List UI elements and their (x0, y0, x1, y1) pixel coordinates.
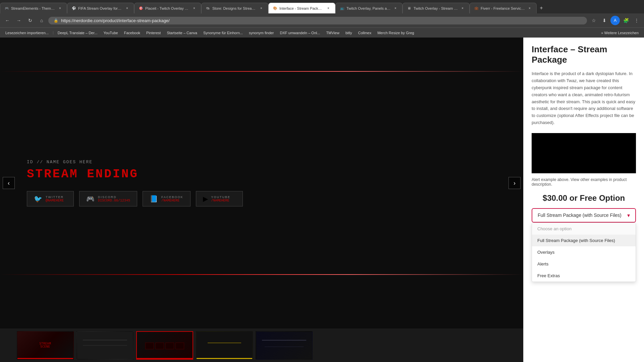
home-button[interactable]: ⌂ (37, 16, 46, 25)
bookmark-lesezeichen[interactable]: Lesezeichen importieren... (3, 30, 51, 36)
discord-platform: DISCORD (98, 195, 130, 199)
tab-interface[interactable]: 🎨 Interface - Stream Package - ... × (268, 3, 335, 13)
tab-close-7[interactable]: × (460, 6, 465, 11)
new-tab-button[interactable]: + (537, 3, 546, 13)
thumbnail-3[interactable] (136, 331, 193, 360)
discord-handle: DISCORD.GG/12345 (98, 199, 130, 202)
twitter-icon: 🐦 (34, 195, 42, 203)
bookmark-dxf[interactable]: DXF umwandeln – Onl... (277, 30, 323, 36)
tab-close-3[interactable]: × (192, 6, 197, 11)
tab-favicon-2: ⚽ (71, 6, 76, 11)
tab-fiverr[interactable]: 💼 Fiverr - Freelance Services M... × (470, 3, 537, 13)
tab-title-7: Twitch Overlay - Stream Ov... (414, 6, 458, 10)
bookmark-synonym[interactable]: synonym finder (246, 30, 277, 36)
tab-title-1: StreamElements - Themes g... (11, 6, 55, 10)
dropdown-selected-label: Full Stream Package (with Source Files) (538, 213, 622, 218)
menu-button[interactable]: ⋮ (632, 16, 641, 25)
social-box-facebook: 📘 FACEBOOK /NAMEHERE (143, 191, 191, 206)
thumbnail-4[interactable] (196, 331, 253, 360)
twitter-platform: TWITTER (46, 195, 64, 199)
dropdown-menu: Choose an option Full Stream Package (wi… (532, 223, 636, 282)
tab-favicon-4: 🛍 (206, 6, 210, 11)
stream-title: STREAM ENDING (27, 167, 139, 181)
facebook-handle: /NAMEHERE (161, 199, 183, 202)
prev-image-button[interactable]: ‹ (3, 177, 15, 189)
bookmark-collmex[interactable]: Collmex (355, 30, 374, 36)
youtube-handle: /NAMEHERE (211, 199, 231, 202)
product-title: Interface – Stream Package (532, 44, 636, 65)
right-panel: Interface – Stream Package Interface is … (523, 38, 644, 362)
dropdown-option-free[interactable]: Free Extras (532, 270, 636, 282)
bookmark-merch[interactable]: Merch Resize by Greg (375, 30, 417, 36)
main-image: ID // NAME GOES HERE STREAM ENDING 🐦 TWI… (0, 38, 523, 328)
thumbnail-1[interactable]: STREAMSCENE (17, 331, 74, 360)
bookmark-facebook[interactable]: Facebook (121, 30, 143, 36)
social-box-twitter: 🐦 TWITTER @NAMEHERE (27, 191, 74, 206)
browser-chrome: 🎮 StreamElements - Themes g... × ⚽ FIFA … (0, 0, 644, 38)
tab-title-4: Store: Designs for Streamers... (212, 6, 257, 10)
dropdown-option-full[interactable]: Full Stream Package (with Source Files) (532, 235, 636, 246)
extensions-button[interactable]: 🧩 (621, 16, 631, 25)
tab-bar: 🎮 StreamElements - Themes g... × ⚽ FIFA … (0, 0, 644, 13)
dropdown-option-overlays[interactable]: Overlays (532, 246, 636, 258)
address-text: https://nerdordie.com/product/interface-… (61, 18, 170, 23)
facebook-platform: FACEBOOK (161, 195, 183, 199)
tab-twitch-overlay[interactable]: 📺 Twitch Overlay, Panels and Y... × (335, 3, 402, 13)
thumbnail-strip: STREAMSCENE (0, 328, 523, 362)
tab-close-5[interactable]: × (326, 6, 331, 11)
tab-streamelements[interactable]: 🎮 StreamElements - Themes g... × (0, 3, 67, 13)
bookmarks-bar: Lesezeichen importieren... | DeepL Trans… (0, 27, 644, 38)
youtube-icon: ▶ (203, 195, 208, 203)
left-panel: ID // NAME GOES HERE STREAM ENDING 🐦 TWI… (0, 38, 523, 362)
tab-close-4[interactable]: × (259, 6, 264, 11)
tab-favicon-7: 🖥 (407, 6, 412, 11)
dropdown-chevron-icon: ▾ (627, 212, 630, 219)
profile-button[interactable]: A (610, 16, 620, 25)
dropdown-option-placeholder[interactable]: Choose an option (532, 223, 636, 235)
alert-text: Alert example above. View other examples… (532, 177, 636, 187)
social-icons-row: 🐦 TWITTER @NAMEHERE 🎮 DISCORD DISCORD.GG… (27, 191, 243, 206)
nav-actions: ☆ ⬇ A 🧩 ⋮ (589, 16, 641, 25)
bottom-bar-decoration (0, 274, 523, 275)
facebook-icon: 📘 (150, 195, 158, 203)
youtube-platform: YOUTUBE (211, 195, 231, 199)
bookmark-canva[interactable]: Startseite – Canva (164, 30, 200, 36)
tab-store[interactable]: 🛍 Store: Designs for Streamers... × (201, 3, 268, 13)
tab-title-6: Twitch Overlay, Panels and Y... (346, 6, 391, 10)
refresh-button[interactable]: ↻ (25, 16, 35, 25)
more-bookmarks-button[interactable]: » Weitere Lesezeichen (598, 30, 641, 36)
dropdown-option-alerts[interactable]: Alerts (532, 258, 636, 270)
tab-favicon-6: 📺 (340, 6, 344, 11)
bookmark-tmview[interactable]: TMView (323, 30, 342, 36)
product-description: Interface is the product of a dark dysto… (532, 70, 636, 126)
tab-close-8[interactable]: × (527, 6, 532, 11)
next-image-button[interactable]: › (508, 177, 521, 189)
forward-button[interactable]: → (14, 16, 23, 25)
stream-id-label: ID // NAME GOES HERE (27, 160, 93, 165)
bookmark-deepl[interactable]: DeepL Translate – Der... (55, 30, 100, 36)
bookmark-bitly[interactable]: bitly (343, 30, 355, 36)
tab-fifa[interactable]: ⚽ FIFA Stream Overlay for free... × (67, 3, 134, 13)
thumbnail-2[interactable] (76, 331, 133, 360)
tab-title-3: Placeit - Twitch Overlay Tem... (145, 6, 190, 10)
back-button[interactable]: ← (3, 16, 12, 25)
top-bar-decoration (0, 71, 523, 72)
download-button[interactable]: ⬇ (600, 16, 609, 25)
twitter-handle: @NAMEHERE (46, 199, 64, 202)
bookmark-pinterest[interactable]: Pinterest (144, 30, 163, 36)
nav-bar: ← → ↻ ⌂ 🔒 https://nerdordie.com/product/… (0, 13, 644, 27)
address-bar[interactable]: 🔒 https://nerdordie.com/product/interfac… (48, 17, 587, 24)
tab-title-5: Interface - Stream Package - ... (279, 6, 324, 10)
tab-close-2[interactable]: × (124, 6, 130, 11)
dropdown-button[interactable]: Full Stream Package (with Source Files) … (532, 208, 636, 223)
tab-close-1[interactable]: × (57, 6, 63, 11)
stream-preview: ID // NAME GOES HERE STREAM ENDING 🐦 TWI… (0, 38, 523, 328)
bookmark-button[interactable]: ☆ (589, 16, 598, 25)
dropdown-container: Full Stream Package (with Source Files) … (532, 208, 636, 223)
bookmark-synonyme[interactable]: Synonyme für Einhorn... (201, 30, 246, 36)
thumbnail-5[interactable] (256, 331, 313, 360)
tab-close-6[interactable]: × (393, 6, 398, 11)
bookmark-youtube[interactable]: YouTube (101, 30, 120, 36)
tab-twitch-stream[interactable]: 🖥 Twitch Overlay - Stream Ov... × (402, 3, 470, 13)
tab-placeit[interactable]: 🎯 Placeit - Twitch Overlay Tem... × (134, 3, 201, 13)
